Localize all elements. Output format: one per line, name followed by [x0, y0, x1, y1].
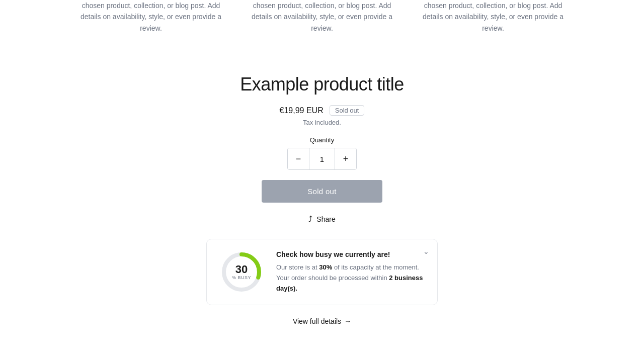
description-col-1: chosen product, collection, or blog post… [65, 0, 236, 34]
view-full-details-label: View full details [293, 317, 341, 325]
busy-percent-number: 30 [232, 263, 251, 276]
description-text-3: chosen product, collection, or blog post… [418, 0, 569, 34]
quantity-input[interactable] [309, 148, 335, 169]
busy-widget-card: ⌄ 30 % BUSY Check how busy we currently … [206, 239, 438, 305]
view-full-details-link[interactable]: View full details → [141, 317, 503, 325]
busy-percent-sub: % BUSY [232, 276, 251, 281]
top-description-section: chosen product, collection, or blog post… [0, 0, 644, 54]
chevron-up-icon[interactable]: ⌄ [423, 247, 429, 255]
busy-desc-prefix: Our store is at [276, 263, 319, 271]
quantity-stepper[interactable]: − + [287, 148, 357, 170]
sold-out-button: Sold out [262, 180, 382, 203]
share-label: Share [316, 215, 335, 223]
busy-donut-chart: 30 % BUSY [219, 249, 264, 295]
description-text-2: chosen product, collection, or blog post… [247, 0, 397, 34]
busy-widget-title: Check how busy we currently are! [276, 250, 425, 258]
busy-text-content: Check how busy we currently are! Our sto… [276, 250, 425, 294]
description-text-1: chosen product, collection, or blog post… [75, 0, 226, 34]
description-col-3: chosen product, collection, or blog post… [408, 0, 579, 34]
sold-out-badge: Sold out [330, 105, 365, 116]
description-col-2: chosen product, collection, or blog post… [236, 0, 408, 34]
tax-included-text: Tax included. [141, 119, 503, 126]
increase-quantity-button[interactable]: + [335, 148, 356, 169]
share-row[interactable]: ⤴ Share [141, 215, 503, 224]
donut-label: 30 % BUSY [232, 263, 251, 281]
price-row: €19,99 EUR Sold out [141, 105, 503, 116]
product-price: €19,99 EUR [280, 106, 324, 115]
decrease-quantity-button[interactable]: − [288, 148, 309, 169]
product-section: Example product title €19,99 EUR Sold ou… [131, 54, 513, 345]
quantity-label: Quantity [141, 136, 503, 144]
arrow-right-icon: → [344, 317, 351, 325]
product-title: Example product title [141, 74, 503, 95]
quantity-control: − + [141, 148, 503, 170]
busy-desc-bold1: 30% [319, 263, 332, 271]
busy-widget-description: Our store is at 30% of its capacity at t… [276, 262, 425, 294]
share-icon: ⤴ [308, 215, 312, 224]
